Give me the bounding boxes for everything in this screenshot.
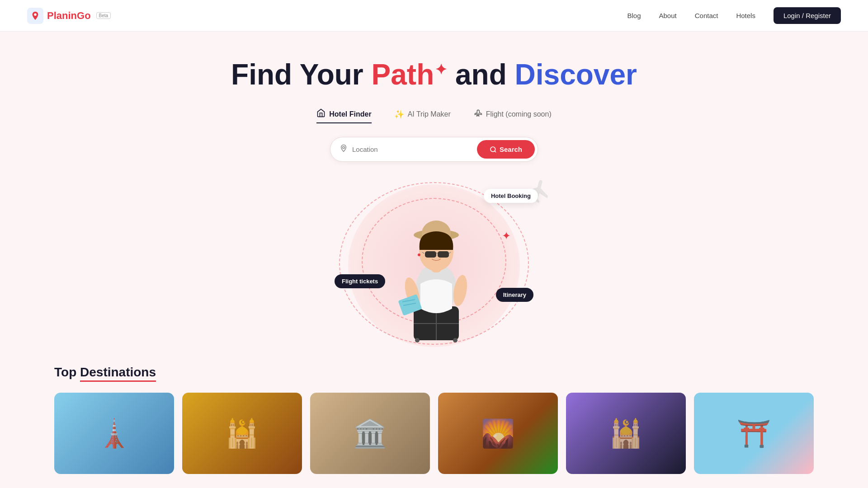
login-register-button[interactable]: Login / Register xyxy=(774,7,841,24)
location-icon xyxy=(340,144,348,155)
landmark-icon-rome: 🏛️ xyxy=(353,418,387,450)
person-illustration xyxy=(375,198,493,338)
destination-card-canyon[interactable]: 🌄 xyxy=(438,393,558,474)
svg-point-2 xyxy=(491,147,495,152)
landmark-icon-canyon: 🌄 xyxy=(481,418,515,450)
sparkle-icon: ✨ xyxy=(394,109,404,119)
landmark-icon-istanbul: 🕌 xyxy=(609,418,643,450)
hotel-booking-badge: Hotel Booking xyxy=(484,189,538,203)
flight-icon xyxy=(473,108,482,120)
destination-card-istanbul[interactable]: 🕌 xyxy=(566,393,686,474)
beta-badge: Beta xyxy=(96,12,111,19)
flight-tickets-badge: Flight tickets xyxy=(335,274,385,288)
svg-point-8 xyxy=(415,338,420,343)
search-bar: Search xyxy=(330,137,538,162)
svg-rect-17 xyxy=(425,251,436,258)
search-button[interactable]: Search xyxy=(477,140,535,159)
svg-point-1 xyxy=(343,147,345,149)
itinerary-badge: Itinerary xyxy=(496,288,533,302)
section-title: Top Destinations xyxy=(54,365,814,382)
destinations-grid: 🗼 🕌 🏛️ 🌄 🕌 ⛩️ xyxy=(54,393,814,474)
logo-text: PlaninGo xyxy=(47,10,91,22)
tab-flight[interactable]: Flight (coming soon) xyxy=(473,108,552,123)
destination-card-tokyo[interactable]: ⛩️ xyxy=(694,393,814,474)
tab-hotel-finder[interactable]: Hotel Finder xyxy=(316,108,371,123)
tabs: Hotel Finder ✨ AI Trip Maker Flight (com… xyxy=(316,108,551,123)
nav-contact[interactable]: Contact xyxy=(695,12,718,19)
nav-about[interactable]: About xyxy=(659,12,677,19)
svg-line-3 xyxy=(495,151,496,152)
hero-section: Find Your Path✦ and Discover Hotel Finde… xyxy=(0,32,868,347)
top-destinations-section: Top Destinations 🗼 🕌 🏛️ 🌄 🕌 xyxy=(0,347,868,483)
hero-title: Find Your Path✦ and Discover xyxy=(231,59,637,90)
navbar: PlaninGo Beta Blog About Contact Hotels … xyxy=(0,0,868,32)
landmark-icon-london: 🕌 xyxy=(225,418,259,450)
search-button-label: Search xyxy=(500,145,522,153)
tab-hotel-finder-label: Hotel Finder xyxy=(329,110,371,118)
destination-card-paris[interactable]: 🗼 xyxy=(54,393,174,474)
svg-point-22 xyxy=(418,253,420,256)
nav-links: Blog About Contact Hotels Login / Regist… xyxy=(627,7,841,24)
destination-card-rome[interactable]: 🏛️ xyxy=(310,393,430,474)
nav-hotels[interactable]: Hotels xyxy=(736,12,755,19)
tab-ai-trip-label: AI Trip Maker xyxy=(408,110,451,118)
tab-ai-trip-maker[interactable]: ✨ AI Trip Maker xyxy=(394,108,451,123)
logo[interactable]: PlaninGo Beta xyxy=(27,8,111,24)
svg-rect-18 xyxy=(438,251,449,258)
location-input[interactable] xyxy=(352,145,477,153)
landmark-icon-paris: 🗼 xyxy=(97,418,131,450)
svg-point-0 xyxy=(34,13,37,16)
hotel-icon xyxy=(316,108,326,120)
star-decoration: ✦ xyxy=(502,230,511,242)
logo-icon xyxy=(27,8,43,24)
nav-blog[interactable]: Blog xyxy=(627,12,641,19)
destination-card-london[interactable]: 🕌 xyxy=(182,393,302,474)
landmark-icon-tokyo: ⛩️ xyxy=(737,418,771,450)
svg-point-9 xyxy=(453,338,458,343)
hero-visual: ✦ Hotel Booking Flight tickets Itinerary xyxy=(321,175,547,338)
tab-flight-label: Flight (coming soon) xyxy=(486,110,552,118)
